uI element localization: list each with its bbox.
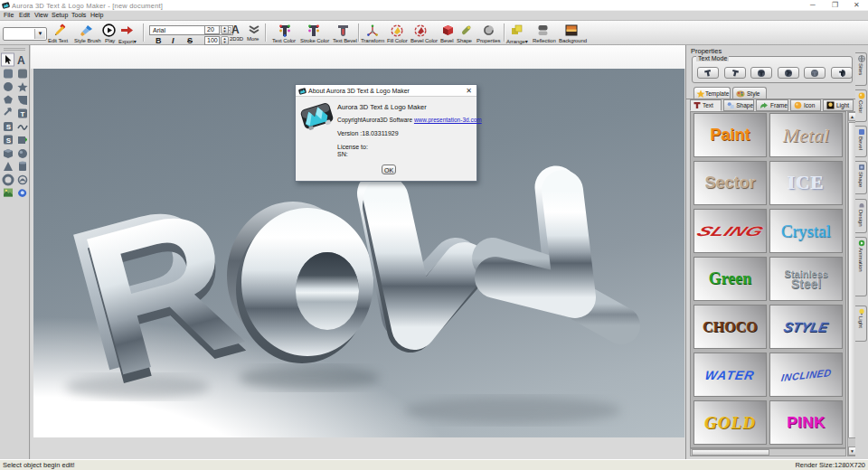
svg-text:T: T xyxy=(21,110,25,118)
svg-text:S: S xyxy=(6,136,12,145)
svg-text:A: A xyxy=(17,54,25,67)
svg-text:S: S xyxy=(6,123,12,131)
